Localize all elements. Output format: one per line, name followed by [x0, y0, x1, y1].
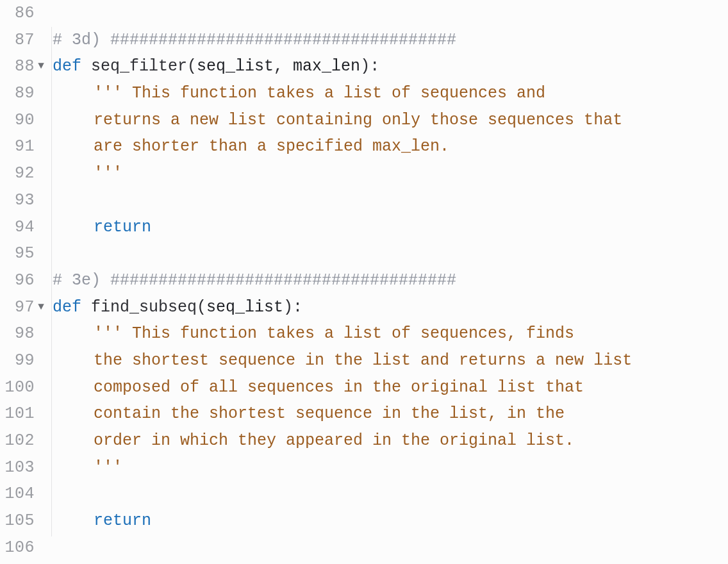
code-token: ): [360, 53, 379, 80]
line-number: 97 [4, 294, 35, 321]
code-line[interactable]: ''' This function takes a list of sequen… [53, 80, 728, 107]
line-number-gutter: 868788▼899091929394959697▼98991001011021… [0, 0, 47, 564]
code-area[interactable]: # 3d) ##################################… [47, 0, 728, 564]
code-line[interactable]: return [53, 214, 728, 241]
line-number: 105 [4, 508, 35, 535]
gutter-row: 87 [0, 27, 47, 54]
gutter-row: 97▼ [0, 294, 47, 321]
code-line[interactable] [53, 240, 728, 267]
gutter-row: 88▼ [0, 53, 47, 80]
code-token: the shortest sequence in the list and re… [94, 347, 632, 374]
line-number: 103 [4, 454, 35, 481]
code-token: seq_list [197, 53, 274, 80]
code-token: returns a new list containing only those… [94, 107, 622, 134]
code-token: find_subseq [91, 294, 197, 321]
line-number: 92 [4, 160, 35, 187]
gutter-row: 106 [0, 535, 47, 561]
fold-toggle-icon[interactable]: ▼ [35, 294, 47, 321]
code-token: ( [187, 53, 197, 80]
gutter-row: 102 [0, 427, 47, 454]
code-line[interactable]: ''' [53, 160, 728, 187]
code-line[interactable]: ''' This function takes a list of sequen… [53, 320, 728, 347]
line-number: 95 [4, 240, 35, 267]
gutter-row: 90 [0, 107, 47, 134]
line-number: 87 [4, 27, 35, 54]
code-line[interactable] [53, 481, 728, 508]
code-token: contain the shortest sequence in the lis… [94, 401, 565, 427]
code-token: are shorter than a specified max_len. [94, 133, 449, 160]
code-token: def [53, 294, 91, 321]
gutter-row: 95 [0, 240, 47, 267]
code-token: ( [197, 294, 206, 321]
code-line[interactable]: ''' [53, 454, 728, 481]
line-number: 102 [4, 427, 35, 454]
code-token: composed of all sequences in the origina… [94, 374, 584, 401]
code-line[interactable] [53, 0, 728, 27]
fold-toggle-icon[interactable]: ▼ [35, 53, 47, 80]
gutter-row: 100 [0, 374, 47, 401]
code-token: # 3e) ##################################… [53, 267, 456, 294]
code-line[interactable]: def find_subseq(seq_list): [53, 294, 728, 321]
code-line[interactable]: # 3d) ##################################… [53, 27, 728, 54]
indent-guide [51, 27, 52, 536]
gutter-row: 105 [0, 508, 47, 535]
code-line[interactable] [53, 535, 728, 561]
code-token: , [274, 53, 293, 80]
code-line[interactable] [53, 187, 728, 214]
line-number: 96 [4, 267, 35, 294]
gutter-row: 93 [0, 187, 47, 214]
line-number: 89 [4, 80, 35, 107]
code-token: def [53, 53, 91, 80]
code-token: ''' This function takes a list of sequen… [94, 80, 545, 107]
gutter-row: 91 [0, 133, 47, 160]
gutter-row: 86 [0, 0, 47, 27]
line-number: 104 [4, 481, 35, 508]
code-line[interactable]: composed of all sequences in the origina… [53, 374, 728, 401]
gutter-row: 94 [0, 214, 47, 241]
code-token: ''' [94, 454, 122, 481]
gutter-row: 101 [0, 401, 47, 427]
code-token: # 3d) ##################################… [53, 27, 456, 54]
code-token: seq_filter [91, 53, 187, 80]
code-line[interactable]: order in which they appeared in the orig… [53, 427, 728, 454]
code-token: ''' [94, 160, 122, 187]
line-number: 101 [4, 401, 35, 427]
code-line[interactable]: the shortest sequence in the list and re… [53, 347, 728, 374]
code-line[interactable]: contain the shortest sequence in the lis… [53, 401, 728, 427]
code-token: ): [283, 294, 302, 321]
gutter-row: 98 [0, 320, 47, 347]
line-number: 98 [4, 320, 35, 347]
line-number: 86 [4, 0, 35, 27]
gutter-row: 96 [0, 267, 47, 294]
line-number: 94 [4, 214, 35, 241]
gutter-row: 92 [0, 160, 47, 187]
code-token: ''' This function takes a list of sequen… [94, 320, 574, 347]
code-line[interactable]: are shorter than a specified max_len. [53, 133, 728, 160]
line-number: 93 [4, 187, 35, 214]
line-number: 88 [4, 53, 35, 80]
line-number: 100 [4, 374, 35, 401]
code-line[interactable]: # 3e) ##################################… [53, 267, 728, 294]
gutter-row: 99 [0, 347, 47, 374]
code-line[interactable]: def seq_filter(seq_list, max_len): [53, 53, 728, 80]
line-number: 90 [4, 107, 35, 134]
code-line[interactable]: return [53, 508, 728, 535]
gutter-row: 103 [0, 454, 47, 481]
gutter-row: 89 [0, 80, 47, 107]
line-number: 91 [4, 133, 35, 160]
line-number: 99 [4, 347, 35, 374]
code-token: seq_list [206, 294, 283, 321]
code-editor[interactable]: 868788▼899091929394959697▼98991001011021… [0, 0, 728, 564]
code-token: order in which they appeared in the orig… [94, 427, 574, 454]
line-number: 106 [4, 535, 35, 561]
gutter-row: 104 [0, 481, 47, 508]
code-line[interactable]: returns a new list containing only those… [53, 107, 728, 134]
code-token: return [94, 508, 151, 535]
code-token: return [94, 214, 151, 241]
code-token: max_len [293, 53, 360, 80]
